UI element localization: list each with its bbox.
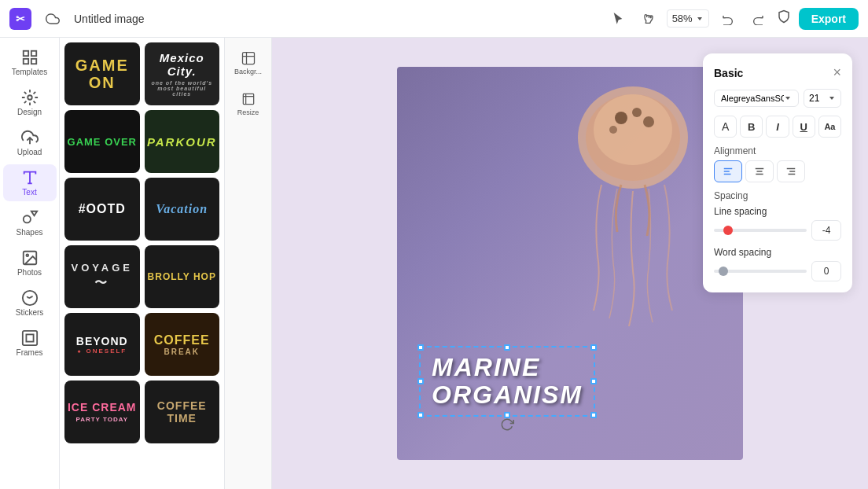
sidebar-item-templates[interactable]: Templates [3, 44, 57, 81]
line-spacing-thumb[interactable] [723, 226, 733, 235]
format-buttons-row: A B I U Aa [714, 116, 841, 138]
zoom-selector[interactable]: 58% [667, 9, 709, 28]
sidebar-item-photos[interactable]: Photos [3, 244, 57, 281]
selection-handle-br[interactable] [590, 412, 597, 418]
template-mexico-city[interactable]: Mexico City. one of the world's most bea… [145, 42, 220, 105]
sidebar-item-label: Text [22, 188, 36, 197]
redo-button[interactable] [747, 9, 769, 28]
template-vacation[interactable]: Vacation [145, 178, 220, 241]
template-ice-cream[interactable]: ICE CREAM PARTY TODAY [64, 381, 140, 443]
sidebar-item-label: Design [17, 108, 42, 116]
format-bold-A[interactable]: A [714, 116, 737, 138]
topbar: ✂ Untitled image 58% [0, 0, 868, 38]
svg-point-19 [615, 112, 627, 124]
template-coffee-break[interactable]: COFFEE BREAK [145, 313, 220, 376]
spacing-section: Spacing Line spacing -4 Word spacing 0 [714, 190, 841, 281]
undo-button[interactable] [717, 9, 739, 28]
selection-handle-tl[interactable] [417, 344, 424, 351]
format-underline-U[interactable]: U [793, 116, 815, 138]
selection-handle-ml[interactable] [417, 378, 424, 384]
upload-icon [21, 129, 39, 146]
selection-handle-tr[interactable] [590, 344, 597, 351]
font-size-selector[interactable]: 21 [804, 89, 841, 108]
selection-handle-bl[interactable] [417, 412, 424, 418]
logo-icon[interactable]: ✂ [9, 8, 31, 30]
shapes-icon [21, 209, 39, 226]
align-right-button[interactable] [777, 160, 805, 182]
shield-button[interactable] [777, 9, 791, 28]
canvas-image[interactable]: MARINEORGANISM [397, 67, 743, 460]
align-left-button[interactable] [714, 160, 742, 182]
alignment-row [714, 160, 841, 182]
cursor-tool[interactable] [607, 9, 629, 28]
main-layout: Templates Design Upload Text Shapes Phot… [0, 38, 868, 489]
sidebar-item-label: Stickers [16, 308, 44, 317]
align-center-button[interactable] [745, 160, 774, 182]
document-title: Untitled image [74, 13, 145, 25]
word-spacing-track[interactable] [714, 270, 807, 273]
word-spacing-thumb[interactable] [719, 267, 728, 276]
panel-title: Basic [714, 67, 743, 79]
format-bold-B[interactable]: B [740, 116, 763, 138]
svg-point-18 [594, 94, 672, 165]
rotate-handle[interactable] [500, 417, 514, 436]
sidebar-item-label: Shapes [17, 228, 43, 237]
font-family-selector[interactable]: AlegreyaSansSC- [714, 90, 799, 107]
line-spacing-track[interactable] [714, 229, 807, 232]
template-brolly-hop[interactable]: BROLLY HOP [145, 245, 220, 308]
design-icon [21, 89, 39, 106]
selection-handle-mr[interactable] [590, 378, 597, 384]
sidebar-item-text[interactable]: Text [3, 164, 57, 201]
svg-rect-3 [31, 59, 35, 64]
word-spacing-value[interactable]: 0 [811, 261, 841, 281]
sidebar-item-stickers[interactable]: Stickers [3, 285, 57, 322]
panel-header: Basic × [714, 64, 841, 81]
tool-resize[interactable]: Resize [230, 85, 267, 123]
text-format-panel: Basic × AlegreyaSansSC- 21 A B I U Aa Al… [703, 53, 852, 292]
canvas-text-overlay[interactable]: MARINEORGANISM [432, 354, 583, 409]
template-parkour[interactable]: PARKOUR [145, 110, 220, 173]
resize-icon [241, 91, 256, 107]
jellyfish-illustration [554, 75, 712, 326]
photos-icon [21, 249, 39, 267]
template-game-on[interactable]: GAME ON [64, 42, 140, 105]
template-coffee-time[interactable]: COFFEE TIME [145, 381, 220, 443]
svg-rect-12 [22, 331, 36, 345]
svg-marker-9 [31, 211, 36, 216]
sidebar-item-upload[interactable]: Upload [3, 124, 57, 161]
cloud-icon[interactable] [41, 9, 64, 29]
sidebar-item-design[interactable]: Design [3, 84, 57, 121]
tool-strip: Backgr... Resize [225, 38, 272, 489]
sidebar-item-label: Frames [17, 348, 43, 357]
export-button[interactable]: Export [799, 8, 859, 30]
svg-rect-2 [23, 59, 28, 64]
alignment-label: Alignment [714, 145, 841, 156]
hand-tool[interactable] [637, 9, 659, 28]
selection-handle-tm[interactable] [504, 344, 510, 351]
format-case-Aa[interactable]: Aa [818, 116, 841, 138]
svg-point-11 [26, 254, 28, 256]
svg-point-4 [28, 95, 32, 100]
svg-point-21 [643, 116, 654, 127]
template-voyage[interactable]: VOYAGE 〜 [64, 245, 140, 308]
template-beyond[interactable]: BEYOND ⬥ ONESELF [64, 313, 140, 376]
svg-point-20 [632, 108, 642, 117]
template-game-over[interactable]: GAME OVER [64, 110, 140, 173]
panel-close-button[interactable]: × [833, 64, 841, 81]
sidebar-item-label: Templates [12, 68, 48, 76]
alignment-section: Alignment [714, 145, 841, 182]
format-italic-I[interactable]: I [766, 116, 789, 138]
word-spacing-group: Word spacing 0 [714, 247, 841, 281]
text-icon [21, 169, 39, 186]
tool-background[interactable]: Backgr... [230, 44, 267, 82]
sidebar-item-frames[interactable]: Frames [3, 325, 57, 362]
template-ootd[interactable]: #OOTD [64, 178, 140, 241]
icon-sidebar: Templates Design Upload Text Shapes Phot… [0, 38, 60, 489]
word-spacing-row: 0 [714, 261, 841, 281]
line-spacing-value[interactable]: -4 [811, 220, 841, 241]
sidebar-item-shapes[interactable]: Shapes [3, 204, 57, 241]
svg-point-22 [609, 126, 617, 134]
svg-point-8 [23, 215, 30, 222]
svg-rect-14 [242, 53, 254, 64]
line-spacing-group: Line spacing -4 [714, 206, 841, 241]
